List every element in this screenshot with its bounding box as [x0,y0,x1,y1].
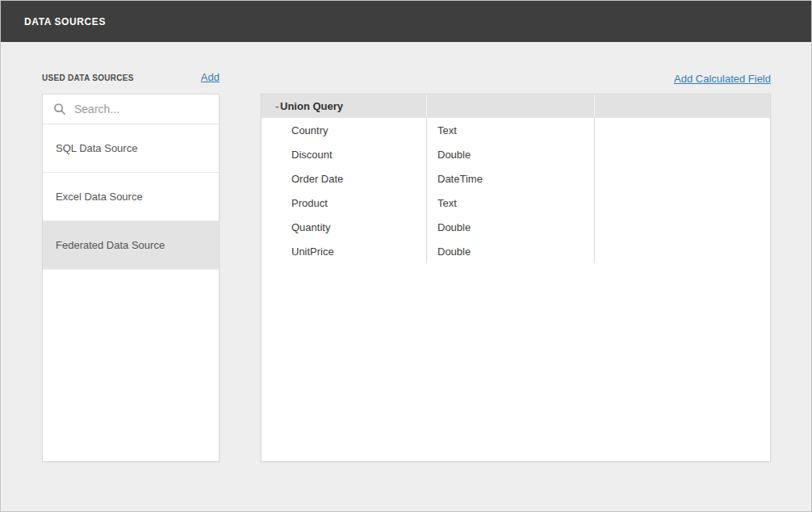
page-title: DATA SOURCES [1,16,106,27]
query-header-cell [594,94,770,118]
field-row[interactable]: Order Date DateTime [262,166,770,191]
field-row[interactable]: Discount Double [262,142,770,166]
field-name: Product [262,191,426,215]
field-name: Discount [262,142,426,166]
field-type: Double [426,239,594,263]
used-data-sources-header: USED DATA SOURCES Add [42,71,220,89]
calculated-field-header: Add Calculated Field [261,71,771,89]
data-source-item-label: Federated Data Source [56,239,165,251]
data-source-list-panel: SQL Data Source Excel Data Source Federa… [42,94,220,462]
field-type: Text [426,118,594,142]
field-name: Country [262,118,426,142]
field-table: Country Text Discount Double Order Date … [262,118,770,263]
field-extra-cell [594,239,770,263]
field-name: UnitPrice [262,239,426,263]
field-type: DateTime [426,166,594,191]
data-source-list: SQL Data Source Excel Data Source Federa… [43,124,219,270]
query-header-cell: - Union Query [262,94,426,118]
field-extra-cell [594,118,770,142]
field-extra-cell [594,142,770,166]
field-row[interactable]: Quantity Double [262,215,770,239]
data-sources-page: DATA SOURCES USED DATA SOURCES Add SQL D… [0,0,812,512]
data-source-item[interactable]: Federated Data Source [43,221,219,270]
collapse-icon[interactable]: - [262,100,278,113]
data-source-item[interactable]: Excel Data Source [43,173,219,221]
search-input[interactable] [74,103,208,115]
add-calculated-field-link[interactable]: Add Calculated Field [674,73,771,85]
field-row[interactable]: UnitPrice Double [262,239,770,263]
field-extra-cell [594,191,770,215]
data-source-item-label: SQL Data Source [56,142,137,154]
field-type: Double [426,142,594,166]
query-name: Union Query [278,100,343,112]
data-source-item[interactable]: SQL Data Source [43,124,219,173]
field-name: Quantity [262,215,426,239]
field-extra-cell [594,215,770,239]
used-data-sources-label: USED DATA SOURCES [42,73,134,82]
field-row[interactable]: Product Text [262,191,770,215]
field-extra-cell [594,166,770,191]
query-header-cell [426,94,594,118]
field-type: Text [426,191,594,215]
field-type: Double [426,215,594,239]
field-table-panel: - Union Query Country Text Discount Doub… [261,94,771,462]
search-icon [53,103,66,115]
add-data-source-link[interactable]: Add [201,71,220,83]
field-name: Order Date [262,166,426,191]
field-row[interactable]: Country Text [262,118,770,142]
data-source-item-label: Excel Data Source [56,191,143,203]
query-header-row[interactable]: - Union Query [262,94,770,118]
search-box[interactable] [43,94,219,124]
panel-header: DATA SOURCES [1,1,811,42]
